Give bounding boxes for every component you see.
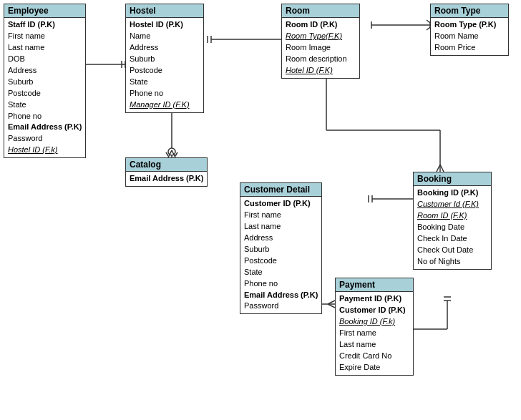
field-hostel-6: Phone no xyxy=(130,88,200,99)
field-employee-8: Phone no xyxy=(8,111,82,122)
field-roomtype-2: Room Price xyxy=(434,42,505,54)
field-hostel-5: State xyxy=(130,77,200,88)
field-payment-0: Payment ID (P.K) xyxy=(339,293,409,305)
entity-body-customer: Customer ID (P.K)First nameLast nameAddr… xyxy=(240,197,321,313)
field-customer-9: Password xyxy=(244,301,318,312)
field-booking-3: Booking Date xyxy=(417,222,487,233)
field-hostel-0: Hostel ID (P.K) xyxy=(130,19,200,31)
field-employee-3: DOB xyxy=(8,54,82,65)
field-customer-6: State xyxy=(244,267,318,278)
field-room-1: Room Type(F.K) xyxy=(286,31,356,42)
field-employee-7: State xyxy=(8,99,82,111)
field-employee-2: Last name xyxy=(8,42,82,54)
entity-booking: BookingBooking ID (P.K)Customer Id (F.K)… xyxy=(413,172,492,270)
field-payment-2: Booking ID (F.k) xyxy=(339,316,409,328)
field-roomtype-0: Room Type (P.K) xyxy=(434,19,505,31)
svg-point-8 xyxy=(168,148,175,155)
field-customer-3: Address xyxy=(244,233,318,244)
field-roomtype-1: Room Name xyxy=(434,31,505,42)
field-room-3: Room description xyxy=(286,54,356,65)
field-employee-9: Email Address (P.K) xyxy=(8,122,82,133)
field-employee-5: Suburb xyxy=(8,77,82,88)
entity-header-roomtype: Room Type xyxy=(431,4,508,18)
entity-header-customer: Customer Detail xyxy=(240,183,321,197)
field-hostel-1: Name xyxy=(130,31,200,42)
svg-line-10 xyxy=(168,150,172,157)
field-hostel-2: Address xyxy=(130,42,200,54)
field-hostel-7: Manager ID (F.K) xyxy=(130,99,200,111)
field-booking-4: Check In Date xyxy=(417,233,487,245)
field-customer-7: Phone no xyxy=(244,278,318,290)
field-booking-0: Booking ID (P.K) xyxy=(417,187,487,199)
field-payment-5: Credit Card No xyxy=(339,351,409,362)
entity-body-payment: Payment ID (P.K)Customer ID (P.K)Booking… xyxy=(336,292,413,375)
field-customer-2: Last name xyxy=(244,221,318,233)
field-booking-6: No of Nights xyxy=(417,256,487,268)
svg-line-28 xyxy=(437,165,440,172)
field-payment-3: First name xyxy=(339,328,409,339)
field-room-0: Room ID (P.K) xyxy=(286,19,356,31)
entity-body-booking: Booking ID (P.K)Customer Id (F.K)Room ID… xyxy=(414,186,491,269)
entity-header-payment: Payment xyxy=(336,278,413,292)
field-customer-5: Postcode xyxy=(244,255,318,267)
entity-catalog: CatalogEmail Address (P.K) xyxy=(125,157,208,187)
entity-body-roomtype: Room Type (P.K)Room NameRoom Price xyxy=(431,18,508,55)
field-customer-4: Suburb xyxy=(244,244,318,255)
svg-line-40 xyxy=(328,301,335,304)
field-employee-6: Postcode xyxy=(8,88,82,99)
field-employee-0: Staff ID (P.K) xyxy=(8,19,82,31)
field-catalog-0: Email Address (P.K) xyxy=(130,173,203,185)
entity-room: RoomRoom ID (P.K)Room Type(F.K)Room Imag… xyxy=(281,4,360,79)
field-hostel-4: Postcode xyxy=(130,65,200,77)
svg-line-29 xyxy=(440,165,444,172)
entity-header-booking: Booking xyxy=(414,172,491,186)
entity-roomtype: Room TypeRoom Type (P.K)Room NameRoom Pr… xyxy=(430,4,509,56)
field-customer-0: Customer ID (P.K) xyxy=(244,198,318,210)
entity-header-hostel: Hostel xyxy=(126,4,203,18)
er-diagram: EmployeeStaff ID (P.K)First nameLast nam… xyxy=(0,0,521,420)
entity-body-room: Room ID (P.K)Room Type(F.K)Room ImageRoo… xyxy=(282,18,359,78)
field-payment-1: Customer ID (P.K) xyxy=(339,305,409,316)
entity-body-catalog: Email Address (P.K) xyxy=(126,172,207,186)
entity-header-catalog: Catalog xyxy=(126,158,207,172)
field-booking-1: Customer Id (F.K) xyxy=(417,199,487,210)
field-employee-4: Address xyxy=(8,65,82,77)
entity-customer: Customer DetailCustomer ID (P.K)First na… xyxy=(240,182,322,314)
svg-line-41 xyxy=(328,304,335,308)
field-employee-10: Password xyxy=(8,133,82,145)
entity-body-hostel: Hostel ID (P.K)NameAddressSuburbPostcode… xyxy=(126,18,203,112)
entity-hostel: HostelHostel ID (P.K)NameAddressSuburbPo… xyxy=(125,4,204,113)
field-room-4: Hotel ID (F.K) xyxy=(286,65,356,77)
field-hostel-3: Suburb xyxy=(130,54,200,65)
entity-body-employee: Staff ID (P.K)First nameLast nameDOBAddr… xyxy=(4,18,85,157)
field-payment-6: Expire Date xyxy=(339,362,409,373)
field-booking-2: Room ID (F.K) xyxy=(417,210,487,222)
field-customer-8: Email Address (P.K) xyxy=(244,290,318,301)
field-payment-4: Last name xyxy=(339,339,409,351)
field-employee-1: First name xyxy=(8,31,82,42)
svg-line-12 xyxy=(166,152,168,156)
field-room-2: Room Image xyxy=(286,42,356,54)
field-customer-1: First name xyxy=(244,210,318,221)
field-employee-11: Hostel ID (F.k) xyxy=(8,145,82,156)
entity-payment: PaymentPayment ID (P.K)Customer ID (P.K)… xyxy=(335,278,414,376)
svg-line-13 xyxy=(175,152,177,156)
field-booking-5: Check Out Date xyxy=(417,245,487,256)
entity-header-employee: Employee xyxy=(4,4,85,18)
entity-employee: EmployeeStaff ID (P.K)First nameLast nam… xyxy=(4,4,86,158)
entity-header-room: Room xyxy=(282,4,359,18)
svg-line-11 xyxy=(172,150,175,157)
